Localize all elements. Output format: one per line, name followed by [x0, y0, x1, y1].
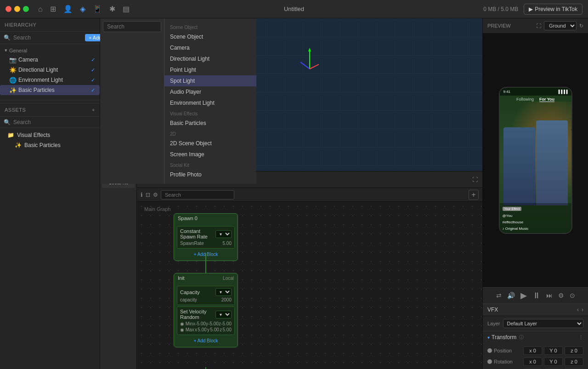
dd-audio-player[interactable]: Audio Player	[164, 86, 256, 97]
nav-following: Following	[516, 97, 534, 102]
dd-profile-photo[interactable]: Profile Photo	[164, 169, 256, 180]
graph-expand-icon[interactable]: ⛶	[472, 176, 478, 183]
dd-spot-light[interactable]: Spot Light	[164, 75, 256, 86]
init-add-block[interactable]: + Add Block	[174, 336, 237, 345]
position-x[interactable]: x 0	[523, 346, 542, 355]
init-velocity-select[interactable]: ▾	[215, 311, 232, 318]
init-capacity-select[interactable]: ▾	[215, 288, 232, 296]
spawn-block-select[interactable]: ▾	[215, 230, 232, 238]
position-z[interactable]: z 0	[565, 346, 583, 355]
hierarchy-item-directional-light[interactable]: ☀️ Directional Light ✓	[0, 65, 100, 75]
phone-people	[503, 118, 568, 205]
init-velocity-label: Set Velocity Random	[180, 309, 215, 320]
inspector-layer-row: Layer Default Layer	[483, 316, 588, 331]
env-light-icon: 🌐	[9, 77, 16, 83]
rotation-z[interactable]: z 0	[565, 358, 583, 366]
rotation-y[interactable]: Y 0	[544, 358, 563, 366]
dd-directional-light[interactable]: Directional Light	[164, 53, 256, 64]
transform-menu-icon[interactable]: ⋮	[578, 335, 583, 341]
add-asset-icon[interactable]: +	[92, 107, 95, 113]
asset-item-visual-effects[interactable]: 📁 Visual Effects	[0, 130, 100, 140]
dropdown-search-input[interactable]	[103, 21, 161, 32]
spawn-rate-value: 5.00	[223, 241, 232, 246]
user-icon[interactable]: 👤	[63, 5, 73, 13]
init-max-y: 5.00	[210, 327, 219, 332]
person-left	[503, 127, 535, 205]
transform-section-body: Position x 0 Y 0 z 0 Rotation x 0 Y 0	[483, 343, 588, 369]
dd-basic-particles[interactable]: Basic Particles	[164, 118, 256, 129]
minimize-button[interactable]	[14, 6, 20, 12]
light-icon: ☀️	[9, 67, 16, 73]
comment-btn[interactable]: 💬	[571, 126, 572, 134]
phone-icon[interactable]: 📱	[93, 5, 102, 13]
asset-item-basic-particles[interactable]: ✨ Basic Particles	[0, 140, 100, 150]
dropdown-search-panel	[100, 18, 164, 184]
home-icon[interactable]: ⌂	[38, 5, 43, 13]
toolbar-icons: ⌂ ⊞ 👤 ◈ 📱 ✱ ▤	[38, 5, 130, 13]
home-side-btn[interactable]: ⊙	[572, 148, 572, 156]
particle-asset-icon: ✨	[15, 142, 22, 148]
rotation-x[interactable]: x 0	[523, 358, 542, 366]
inspector-arrow-right[interactable]: ›	[582, 307, 583, 313]
asterisk-icon[interactable]: ✱	[109, 5, 115, 13]
dd-camera[interactable]: Camera	[164, 42, 256, 53]
dd-screen-image[interactable]: Screen Image	[164, 149, 256, 160]
dd-scene-object[interactable]: Scene Object	[164, 31, 256, 42]
preview-skip-icon[interactable]: ⏭	[546, 292, 553, 299]
dd-environment-light[interactable]: Environment Light	[164, 97, 256, 108]
preview-refresh-icon[interactable]: ↻	[579, 23, 583, 29]
position-label: Position	[494, 348, 521, 353]
dropdown-overlay: Scene Object Scene Object Camera Directi…	[100, 18, 256, 184]
graph-content[interactable]: Main Graph Spawn 0 Constant Spawn Rate ▾	[137, 202, 482, 369]
traffic-lights	[6, 6, 29, 12]
layer-select[interactable]: Default Layer	[503, 319, 583, 328]
hierarchy-item-environment-light[interactable]: 🌐 Environment Light ✓	[0, 75, 100, 85]
preview-footer: ⇄ 🔊 ▶ ⏸ ⏭ ⚙ ⊙	[483, 287, 588, 303]
preview-button[interactable]: ▶ Preview in TikTok	[524, 4, 582, 15]
preview-volume-icon[interactable]: 🔊	[507, 292, 515, 299]
preview-panel: PREVIEW ⛶ Ground ↻	[482, 18, 588, 303]
hierarchy-item-camera[interactable]: 📷 Camera ✓	[0, 55, 100, 65]
dd-2d-scene-object[interactable]: 2D Scene Object	[164, 138, 256, 149]
phone-content: 9:41 ▐▐▐▐ Following For You Your Effect	[500, 88, 571, 233]
init-min-x: -5.00	[195, 321, 206, 326]
preview-toggle-icon[interactable]: ⇄	[496, 292, 502, 299]
graph-settings-icon[interactable]: ⚙	[153, 192, 158, 198]
transform-section-header[interactable]: ▾ Transform ⓘ ⋮	[483, 331, 588, 343]
like-btn[interactable]: ♡	[572, 115, 572, 123]
titlebar: ⌂ ⊞ 👤 ◈ 📱 ✱ ▤ Untitled 0 MB / 5.0 MB ▶ P…	[0, 0, 588, 18]
inspector-arrow-left[interactable]: ‹	[577, 307, 579, 313]
phone-hashtag: #effecthouse	[503, 220, 524, 224]
transform-section: ▾ Transform ⓘ ⋮ Position x 0 Y 0 z 0	[483, 331, 588, 369]
graph-copy-icon[interactable]: ⊡	[146, 192, 150, 198]
effects-icon[interactable]: ◈	[80, 5, 85, 13]
person-right	[536, 120, 568, 205]
close-button[interactable]	[6, 6, 11, 12]
hierarchy-search-input[interactable]	[13, 34, 82, 41]
assets-search-input[interactable]	[13, 119, 96, 125]
grid-icon[interactable]: ⊞	[50, 5, 56, 13]
phone-music: ♪ Original Music	[503, 227, 529, 231]
layout-icon[interactable]: ▤	[123, 5, 130, 13]
dd-point-light[interactable]: Point Light	[164, 64, 256, 75]
inspector-header: VFX ‹ ›	[483, 304, 588, 316]
share-btn[interactable]: ↗	[572, 137, 572, 145]
graph-info-icon[interactable]: ℹ	[141, 192, 143, 198]
preview-settings-icon[interactable]: ⚙	[558, 292, 564, 299]
preview-play-button[interactable]: ▶	[520, 290, 527, 301]
connector-spawn-init	[205, 253, 206, 274]
main-graph-label: Main Graph	[144, 206, 170, 212]
left-panel: HIERARCHY 🔍 + Add object ▾ General 📷 Cam…	[0, 18, 100, 369]
hierarchy-item-basic-particles[interactable]: ✨ Basic Particles ✓	[0, 85, 100, 95]
scale-row: Scale x 1 Y 1 z 1	[487, 367, 583, 369]
graph-search-input[interactable]	[161, 190, 234, 199]
preview-expand-icon[interactable]: ⛶	[536, 23, 541, 28]
ground-select[interactable]: Ground	[544, 21, 577, 30]
graph-add-button[interactable]: +	[469, 190, 479, 200]
preview-pause-button[interactable]: ⏸	[532, 291, 541, 301]
position-y[interactable]: Y 0	[544, 346, 563, 355]
transform-label: Transform	[492, 334, 516, 341]
init-min-z: -5.00	[221, 321, 232, 326]
preview-fullscreen-icon[interactable]: ⊙	[570, 292, 575, 299]
maximize-button[interactable]	[23, 6, 29, 12]
